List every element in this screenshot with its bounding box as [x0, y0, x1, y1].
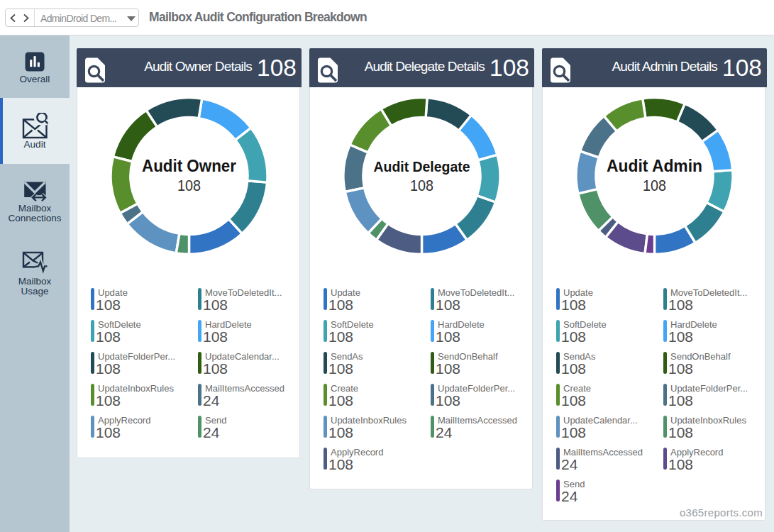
svg-text:108: 108 — [177, 177, 201, 194]
svg-text:Audit Admin: Audit Admin — [607, 157, 702, 175]
svg-text:Audit Owner: Audit Owner — [142, 157, 236, 175]
svg-text:Audit Delegate: Audit Delegate — [374, 159, 470, 174]
svg-text:108: 108 — [643, 177, 666, 194]
svg-text:108: 108 — [410, 177, 433, 194]
